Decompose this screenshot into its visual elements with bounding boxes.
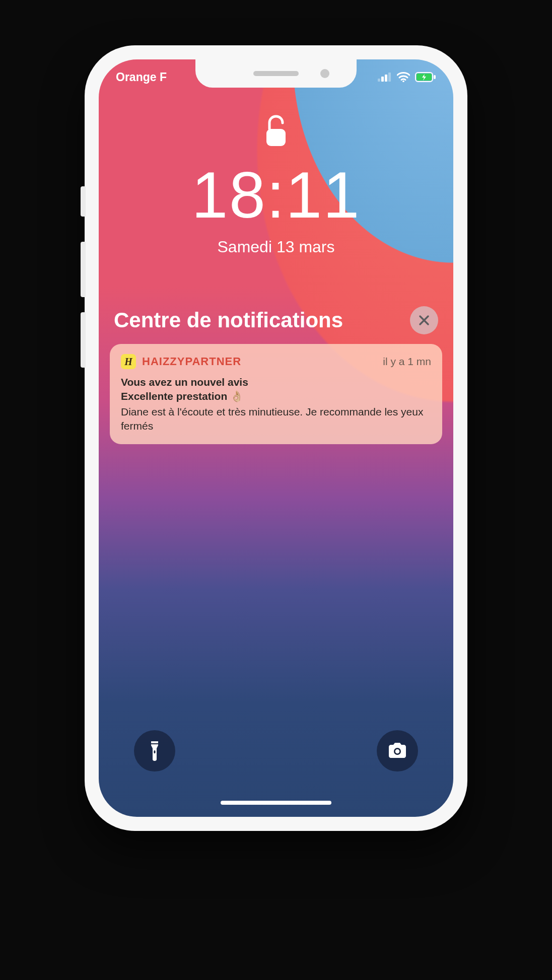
home-indicator[interactable] [221,801,331,805]
svg-point-12 [395,749,400,754]
flashlight-button[interactable] [134,730,175,772]
svg-rect-6 [434,75,436,79]
lock-clock-area: 18:11 Samedi 13 mars [99,115,453,256]
wifi-icon [397,72,410,82]
notification-body: Vous avez un nouvel avis Excellente pres… [121,375,431,433]
notification-card[interactable]: H HAIZZYPARTNER il y a 1 mn Vous avez un… [110,344,442,444]
volume-up-button [81,242,86,297]
close-icon [418,314,431,327]
notification-app-name: HAIZZYPARTNER [142,355,241,368]
notification-time: il y a 1 mn [383,356,431,368]
notification-app-icon: H [121,354,136,369]
camera-icon [387,742,408,759]
svg-rect-1 [381,77,384,82]
flashlight-icon [148,740,162,761]
signal-icon [378,73,392,82]
svg-rect-9 [154,750,156,753]
svg-rect-10 [151,743,158,744]
clock-time: 18:11 [99,162,453,228]
carrier-label: Orange F [116,71,167,84]
speaker [253,71,299,76]
mute-switch [81,186,86,217]
lockscreen-shortcuts [134,730,418,772]
close-notification-center-button[interactable] [410,306,438,334]
clock-date: Samedi 13 mars [99,238,453,256]
notification-text: Diane est à l'écoute et très minutieuse.… [121,405,431,434]
notification-center-header: Centre de notifications [114,306,438,334]
unlocked-icon [263,115,289,148]
notification-header: H HAIZZYPARTNER il y a 1 mn [121,354,431,369]
battery-charging-icon [415,72,436,82]
svg-rect-8 [266,129,286,146]
notification-subtitle: Excellente prestation 👌🏼 [121,389,431,403]
svg-rect-3 [388,73,391,82]
notification-center-title: Centre de notifications [114,308,343,332]
notification-title: Vous avez un nouvel avis [121,375,431,389]
svg-rect-2 [385,75,387,82]
svg-point-4 [402,81,404,82]
status-right [378,72,436,82]
front-camera [320,69,329,78]
svg-rect-0 [378,79,380,82]
camera-button[interactable] [377,730,418,772]
phone-frame: Orange F [85,45,467,831]
notch [195,59,357,88]
volume-down-button [81,312,86,368]
screen[interactable]: Orange F [99,59,453,817]
